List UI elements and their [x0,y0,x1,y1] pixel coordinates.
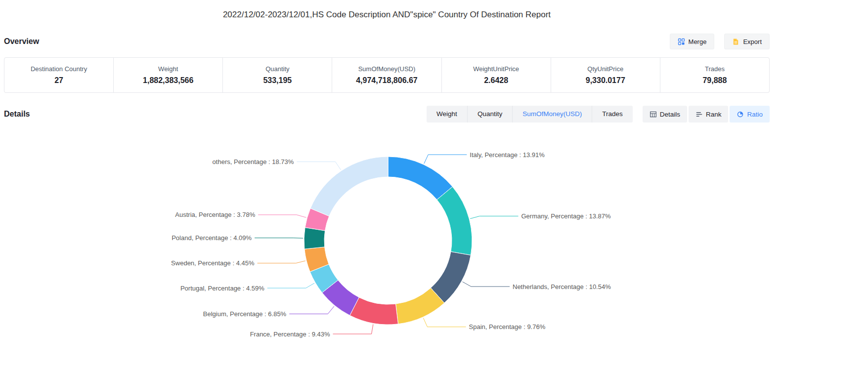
details-heading: Details [4,110,30,119]
rank-view-button[interactable]: Rank [689,106,729,123]
donut-chart: Italy, Percentage : 13.91%Germany, Perce… [0,131,774,364]
stat-label: Quantity [265,65,289,73]
pie-label-belgium: Belgium, Percentage : 6.85% [203,310,287,318]
stat-value: 9,330.0177 [586,76,625,85]
export-button-label: Export [743,38,762,45]
pie-label-line [463,282,510,287]
stat-quantity: Quantity 533,195 [223,58,332,92]
stat-weight: Weight 1,882,383,566 [114,58,223,92]
ratio-icon [737,111,744,118]
page-title: 2022/12/02-2023/12/01,HS Code Descriptio… [0,0,774,20]
header-actions: Merge Export [670,34,770,49]
pie-label-austria: Austria, Percentage : 3.78% [175,211,255,218]
pie-segment-germany[interactable] [437,187,472,255]
stat-value: 2.6428 [484,76,508,85]
ratio-view-button[interactable]: Ratio [730,106,770,123]
stat-value: 27 [54,76,63,85]
stat-label: WeightUnitPrice [473,65,519,73]
stat-label: Weight [158,65,178,73]
pie-label-france: France, Percentage : 9.43% [250,331,330,338]
ratio-view-label: Ratio [747,111,763,118]
tab-weight[interactable]: Weight [427,106,467,123]
pie-label-line [267,283,314,288]
tab-sum-of-money[interactable]: SumOfMoney(USD) [512,106,592,123]
export-button[interactable]: Export [724,34,770,49]
stat-qty-unit-price: QtyUnitPrice 9,330.0177 [551,58,660,92]
stat-trades: Trades 79,888 [660,58,769,92]
pie-label-line [255,238,303,239]
pie-label-line [333,324,373,334]
stat-label: Destination Country [31,65,87,73]
stat-label: QtyUnitPrice [587,65,623,73]
report-page: 2022/12/02-2023/12/01,HS Code Descriptio… [0,0,774,366]
pie-label-germany: Germany, Percentage : 13.87% [521,212,611,220]
overview-header-row: Overview Merge [4,33,770,50]
pie-label-spain: Spain, Percentage : 9.76% [469,323,546,331]
stat-label: SumOfMoney(USD) [358,65,416,73]
stat-value: 4,974,718,806.67 [356,76,418,85]
stat-label: Trades [705,65,725,73]
stat-weight-unit-price: WeightUnitPrice 2.6428 [442,58,551,92]
pie-label-sweden: Sweden, Percentage : 4.45% [171,259,255,267]
stat-value: 1,882,383,566 [143,76,193,85]
rank-icon [695,111,703,118]
overview-stats-panel: Destination Country 27 Weight 1,882,383,… [4,57,770,93]
view-button-group: Details Rank [643,106,770,123]
details-view-label: Details [660,111,680,118]
stat-sum-of-money: SumOfMoney(USD) 4,974,718,806.67 [332,58,441,92]
stat-value: 79,888 [702,76,727,85]
details-view-button[interactable]: Details [643,106,687,123]
pie-label-poland: Poland, Percentage : 4.09% [172,234,252,242]
table-icon [650,111,657,118]
merge-button[interactable]: Merge [670,34,715,49]
ratio-chart-area: Italy, Percentage : 13.91%Germany, Perce… [0,131,774,366]
pie-segment-italy[interactable] [388,157,452,200]
pie-segment-others[interactable] [310,157,388,216]
pie-label-italy: Italy, Percentage : 13.91% [470,151,545,159]
pie-label-portugal: Portugal, Percentage : 4.59% [180,285,264,292]
pie-label-netherlands: Netherlands, Percentage : 10.54% [513,283,611,290]
tab-quantity[interactable]: Quantity [467,106,512,123]
export-icon [732,38,739,45]
pie-label-line [258,215,306,218]
pie-segment-poland[interactable] [304,228,325,249]
details-header-row: Details Weight Quantity SumOfMoney(USD) … [4,106,770,123]
stat-value: 533,195 [263,76,292,85]
rank-view-label: Rank [706,111,722,118]
merge-button-label: Merge [689,38,707,45]
overview-heading: Overview [4,37,39,46]
pie-label-others: others, Percentage : 18.73% [213,158,294,165]
pie-label-line [297,162,341,170]
pie-label-line [424,155,467,164]
merge-icon [678,38,685,45]
details-controls: Weight Quantity SumOfMoney(USD) Trades [427,106,770,123]
pie-label-line [258,261,305,263]
pie-label-line [289,306,334,314]
stat-destination-country: Destination Country 27 [4,58,114,92]
tab-trades[interactable]: Trades [592,106,633,123]
metric-tab-group: Weight Quantity SumOfMoney(USD) Trades [427,106,633,123]
pie-label-line [423,318,466,327]
pie-label-line [470,216,518,218]
